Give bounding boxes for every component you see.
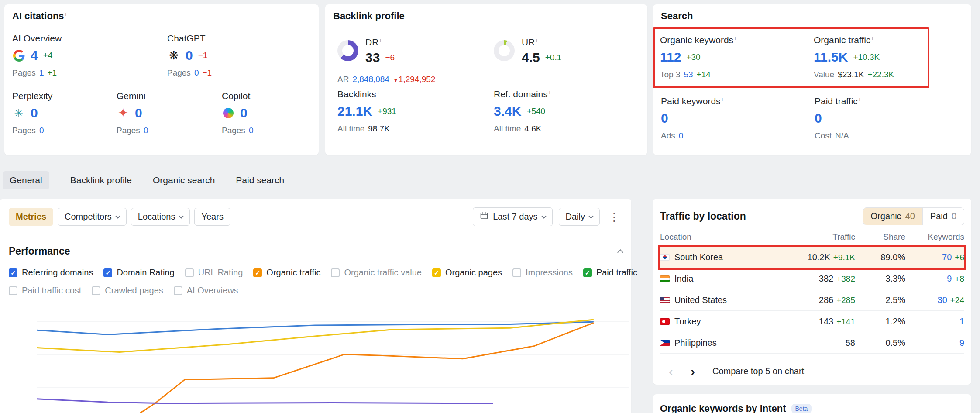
info-icon[interactable]: i	[65, 11, 67, 17]
backlinks-label: Backlinksi	[337, 89, 494, 100]
checkbox-impressions[interactable]: Impressions	[512, 268, 573, 278]
toggle-organic[interactable]: Organic 40	[863, 208, 922, 225]
traffic-value: 286	[819, 295, 833, 305]
search-title: Search	[661, 10, 963, 22]
table-row-philippines[interactable]: Philippines 58 0.5% 9	[660, 332, 964, 354]
pages-value[interactable]: 1	[39, 68, 44, 78]
keywords-value[interactable]: 1	[959, 317, 964, 327]
competitors-dropdown[interactable]: Competitors	[58, 208, 127, 226]
info-icon[interactable]: i	[549, 89, 550, 95]
paid-traffic-label: Paid traffici	[815, 96, 963, 107]
date-range-dropdown[interactable]: Last 7 days	[473, 207, 552, 226]
checkbox-ai-overviews[interactable]: AI Overviews	[174, 286, 238, 296]
info-icon[interactable]: i	[872, 35, 873, 41]
info-icon[interactable]: i	[722, 96, 723, 102]
collapse-section-button[interactable]	[617, 249, 623, 255]
alltime-label: All time	[494, 124, 521, 134]
prev-page-button[interactable]: ‹	[669, 365, 673, 378]
annotation-box-organic: Organic keywordsi 112 +30 Top 3 53 +14 O…	[653, 27, 929, 88]
chatgpt-delta: −1	[198, 51, 208, 60]
compare-top5-button[interactable]: Compare top 5 on chart	[712, 366, 804, 376]
checkbox-url-rating[interactable]: URL Rating	[185, 268, 243, 278]
ar-value[interactable]: 2,848,084	[352, 75, 389, 84]
pages-value[interactable]: 0	[194, 68, 199, 78]
tab-backlink-profile[interactable]: Backlink profile	[70, 171, 132, 189]
organic-traffic-value[interactable]: 11.5K	[814, 51, 848, 64]
keywords-delta: +24	[950, 296, 964, 305]
checkbox-label: Paid traffic cost	[22, 286, 81, 296]
checkbox-paid-traffic-cost[interactable]: Paid traffic cost	[9, 286, 81, 296]
top3-delta: +14	[697, 70, 711, 79]
ai-citations-card: AI citationsi AI Overview 4 +4 Pages 1 +…	[4, 4, 319, 155]
more-options-button[interactable]: ⋮	[606, 211, 622, 223]
organic-keywords-label-text: Organic keywords	[660, 35, 733, 45]
ur-label: URi	[522, 37, 561, 48]
table-row-united-states[interactable]: United States 286+285 2.5% 30+24	[660, 289, 964, 311]
ai-citations-title: AI citationsi	[12, 10, 311, 22]
tab-organic-search[interactable]: Organic search	[153, 171, 215, 189]
checkbox-checked-icon: ✓	[103, 268, 112, 277]
ar-label: AR	[337, 75, 349, 84]
south-korea-flag-icon	[660, 254, 670, 261]
info-icon[interactable]: i	[735, 35, 736, 41]
paid-keywords-label-text: Paid keywords	[661, 96, 721, 106]
top3-value[interactable]: 53	[684, 70, 693, 79]
checkbox-label: Referring domains	[22, 268, 93, 278]
metrics-button[interactable]: Metrics	[9, 208, 53, 226]
copilot-value[interactable]: 0	[240, 107, 248, 120]
toggle-paid[interactable]: Paid 0	[922, 208, 964, 225]
checkbox-unchecked-icon	[512, 268, 521, 277]
value-delta: +22.3K	[867, 70, 894, 79]
chevron-down-icon	[588, 213, 593, 218]
keywords-value[interactable]: 70	[942, 252, 952, 262]
perplexity-value[interactable]: 0	[31, 107, 38, 120]
keywords-value[interactable]: 30	[938, 295, 947, 305]
backlinks-delta: +931	[378, 107, 396, 116]
pages-value[interactable]: 0	[144, 126, 148, 135]
checkbox-domain-rating[interactable]: ✓Domain Rating	[103, 268, 174, 278]
info-icon[interactable]: i	[378, 89, 379, 95]
location-table-header: Location Traffic Share Keywords	[660, 227, 964, 247]
checkbox-label: URL Rating	[198, 268, 243, 278]
gemini-value[interactable]: 0	[135, 107, 142, 120]
info-icon[interactable]: i	[380, 37, 381, 43]
table-row-south-korea[interactable]: South Korea 10.2K+9.1K 89.0% 70+6	[660, 247, 964, 268]
metrics-button-label: Metrics	[16, 212, 46, 222]
chatgpt-value[interactable]: 0	[186, 49, 193, 62]
checkbox-organic-pages[interactable]: ✓Organic pages	[432, 268, 502, 278]
granularity-dropdown[interactable]: Daily	[559, 208, 600, 226]
checkbox-paid-traffic[interactable]: ✓Paid traffic	[583, 268, 637, 278]
tab-general[interactable]: General	[3, 171, 49, 189]
ads-value[interactable]: 0	[679, 131, 684, 141]
table-row-turkey[interactable]: Turkey 143+141 1.2% 1	[660, 311, 964, 332]
down-arrow-icon: ▼	[393, 77, 399, 83]
checkbox-organic-traffic-value[interactable]: Organic traffic value	[331, 268, 422, 278]
checkbox-crawled-pages[interactable]: Crawled pages	[92, 286, 163, 296]
organic-keywords-value[interactable]: 112	[660, 51, 681, 64]
checkbox-organic-traffic[interactable]: ✓Organic traffic	[253, 268, 320, 278]
ai-citations-title-text: AI citations	[12, 10, 64, 21]
backlinks-value[interactable]: 21.1K	[337, 105, 372, 118]
checkbox-checked-icon: ✓	[253, 268, 262, 277]
years-button[interactable]: Years	[194, 208, 230, 226]
ai-overview-value[interactable]: 4	[31, 49, 38, 62]
info-icon[interactable]: i	[536, 37, 537, 43]
next-page-button[interactable]: ›	[691, 365, 695, 378]
chart-toolbar: Metrics Competitors Locations Years Last…	[9, 207, 622, 226]
keywords-value[interactable]: 9	[959, 338, 964, 348]
pages-value[interactable]: 0	[39, 126, 44, 135]
paid-traffic-value[interactable]: 0	[815, 112, 822, 125]
info-icon[interactable]: i	[859, 96, 860, 102]
paid-keywords-value[interactable]: 0	[661, 112, 668, 125]
ref-domains-value[interactable]: 3.4K	[494, 105, 521, 118]
checkbox-unchecked-icon	[9, 286, 17, 295]
traffic-delta: +141	[836, 317, 855, 327]
checkbox-referring-domains[interactable]: ✓Referring domains	[9, 268, 93, 278]
locations-dropdown[interactable]: Locations	[131, 208, 190, 226]
ai-citations-row-1: AI Overview 4 +4 Pages 1 +1 ChatGPT ❋ 0 …	[12, 33, 311, 78]
keywords-value[interactable]: 9	[947, 274, 952, 284]
tab-paid-search[interactable]: Paid search	[236, 171, 284, 189]
ref-domains-delta: +540	[526, 107, 545, 116]
table-row-india[interactable]: India 382+382 3.3% 9+8	[660, 268, 964, 289]
pages-value[interactable]: 0	[249, 126, 254, 135]
